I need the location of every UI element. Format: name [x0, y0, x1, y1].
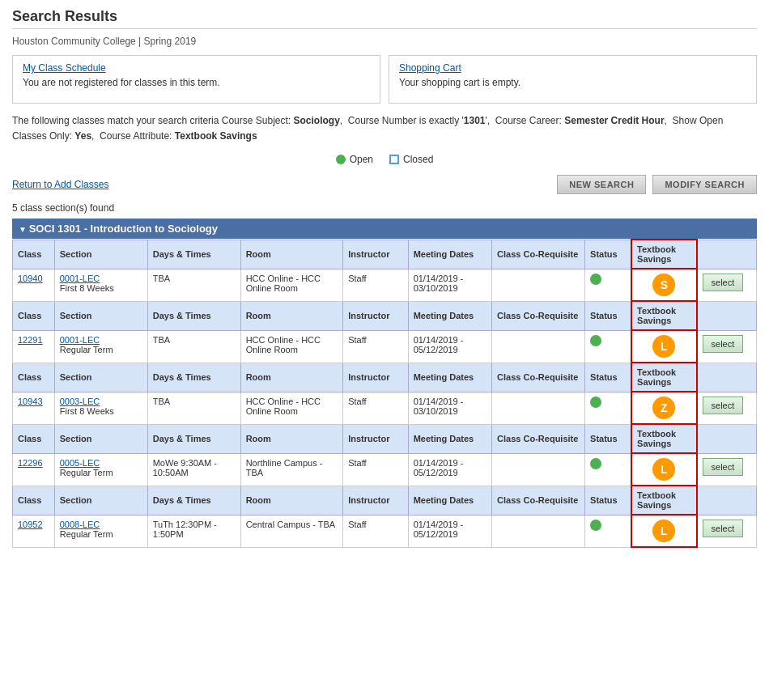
textbook-icon-3[interactable]: Z — [652, 397, 675, 419]
open-label: Open — [350, 154, 373, 165]
action-2: select — [697, 330, 757, 363]
th-class-5: Class — [13, 486, 55, 515]
textbook-icon-5[interactable]: L — [652, 520, 675, 542]
th-action-1 — [697, 240, 757, 269]
return-to-add-classes-link[interactable]: Return to Add Classes — [12, 179, 108, 190]
class-link-3[interactable]: 10943 — [18, 397, 49, 406]
th-action-3 — [697, 363, 757, 392]
th-section-2: Section — [54, 301, 147, 330]
search-criteria: The following classes match your search … — [12, 113, 757, 144]
table-row: 10940 0001-LEC First 8 Weeks TBA HCC Onl… — [13, 269, 757, 301]
section-4: 0005-LEC Regular Term — [54, 453, 147, 486]
status-5 — [585, 515, 631, 547]
status-3 — [585, 392, 631, 424]
shopping-cart-link[interactable]: Shopping Cart — [399, 62, 746, 74]
th-textbook-3: Textbook Savings — [631, 363, 696, 392]
th-class-3: Class — [13, 363, 55, 392]
th-section-4: Section — [54, 424, 147, 453]
th-textbook-1: Textbook Savings — [631, 240, 696, 269]
table-header-row-4: Class Section Days & Times Room Instruct… — [13, 424, 757, 453]
th-instructor-3: Instructor — [343, 363, 408, 392]
th-days-3: Days & Times — [147, 363, 240, 392]
th-days-1: Days & Times — [147, 240, 240, 269]
section-link-2[interactable]: 0001-LEC — [60, 335, 142, 345]
select-button-2[interactable]: select — [703, 335, 744, 353]
meeting-4: 01/14/2019 - 05/12/2019 — [408, 453, 491, 486]
th-status-2: Status — [585, 301, 631, 330]
class-link-2[interactable]: 12291 — [18, 335, 49, 345]
instructor-3: Staff — [343, 392, 408, 424]
results-table: Class Section Days & Times Room Instruct… — [12, 239, 757, 548]
closed-dot — [389, 155, 399, 164]
table-header-row-3: Class Section Days & Times Room Instruct… — [13, 363, 757, 392]
section-link-5[interactable]: 0008-LEC — [60, 520, 142, 529]
class-num-3: 10943 — [13, 392, 55, 424]
coreq-1 — [492, 269, 585, 301]
section-link-3[interactable]: 0003-LEC — [60, 397, 142, 406]
th-room-4: Room — [240, 424, 342, 453]
section-3: 0003-LEC First 8 Weeks — [54, 392, 147, 424]
textbook-2: L — [631, 330, 696, 363]
my-class-schedule-box: My Class Schedule You are not registered… — [12, 55, 380, 104]
select-button-5[interactable]: select — [703, 520, 744, 537]
section-link-4[interactable]: 0005-LEC — [60, 458, 142, 468]
textbook-4: L — [631, 453, 696, 486]
class-link-1[interactable]: 10940 — [18, 274, 49, 283]
days-2: TBA — [147, 330, 240, 363]
textbook-icon-4[interactable]: L — [652, 458, 675, 481]
coreq-5 — [492, 515, 585, 547]
select-button-4[interactable]: select — [703, 458, 744, 476]
th-status-3: Status — [585, 363, 631, 392]
new-search-button[interactable]: New Search — [557, 175, 646, 194]
textbook-icon-2[interactable]: L — [652, 335, 675, 358]
course-header: SOCI 1301 - Introduction to Sociology — [12, 218, 757, 239]
class-link-4[interactable]: 12296 — [18, 458, 49, 468]
class-num-2: 12291 — [13, 330, 55, 363]
meeting-1: 01/14/2019 - 03/10/2019 — [408, 269, 491, 301]
section-sub-5: Regular Term — [60, 529, 113, 539]
days-3: TBA — [147, 392, 240, 424]
room-5: Central Campus - TBA — [240, 515, 342, 547]
th-action-5 — [697, 486, 757, 515]
days-5: TuTh 12:30PM - 1:50PM — [147, 515, 240, 547]
open-legend-item: Open — [336, 154, 373, 165]
modify-search-button[interactable]: Modify Search — [652, 175, 757, 194]
textbook-5: L — [631, 515, 696, 547]
status-2 — [585, 330, 631, 363]
th-status-1: Status — [585, 240, 631, 269]
th-section-1: Section — [54, 240, 147, 269]
action-5: select — [697, 515, 757, 547]
th-instructor-4: Instructor — [343, 424, 408, 453]
table-header-row-2: Class Section Days & Times Room Instruct… — [13, 301, 757, 330]
room-4: Northline Campus - TBA — [240, 453, 342, 486]
open-dot — [336, 155, 346, 164]
instructor-1: Staff — [343, 269, 408, 301]
th-meeting-2: Meeting Dates — [408, 301, 491, 330]
instructor-4: Staff — [343, 453, 408, 486]
meeting-2: 01/14/2019 - 05/12/2019 — [408, 330, 491, 363]
my-class-schedule-link[interactable]: My Class Schedule — [23, 62, 370, 74]
th-meeting-4: Meeting Dates — [408, 424, 491, 453]
legend: Open Closed — [12, 154, 757, 165]
th-textbook-4: Textbook Savings — [631, 424, 696, 453]
room-1: HCC Online - HCC Online Room — [240, 269, 342, 301]
th-action-2 — [697, 301, 757, 330]
th-coreq-4: Class Co-Requisite — [492, 424, 585, 453]
table-header-row-1: Class Section Days & Times Room Instruct… — [13, 240, 757, 269]
table-row: 10943 0003-LEC First 8 Weeks TBA HCC Onl… — [13, 392, 757, 424]
section-1: 0001-LEC First 8 Weeks — [54, 269, 147, 301]
class-link-5[interactable]: 10952 — [18, 520, 49, 529]
status-1 — [585, 269, 631, 301]
section-link-1[interactable]: 0001-LEC — [60, 274, 142, 283]
found-count-text: 5 class section(s) found — [12, 202, 757, 214]
th-days-4: Days & Times — [147, 424, 240, 453]
textbook-icon-1[interactable]: S — [652, 274, 675, 296]
select-button-1[interactable]: select — [703, 274, 744, 291]
status-dot-5 — [590, 520, 601, 531]
th-meeting-3: Meeting Dates — [408, 363, 491, 392]
select-button-3[interactable]: select — [703, 397, 744, 414]
status-dot-2 — [590, 335, 601, 346]
my-class-schedule-text: You are not registered for classes in th… — [23, 77, 370, 88]
class-num-1: 10940 — [13, 269, 55, 301]
shopping-cart-text: Your shopping cart is empty. — [399, 77, 746, 88]
